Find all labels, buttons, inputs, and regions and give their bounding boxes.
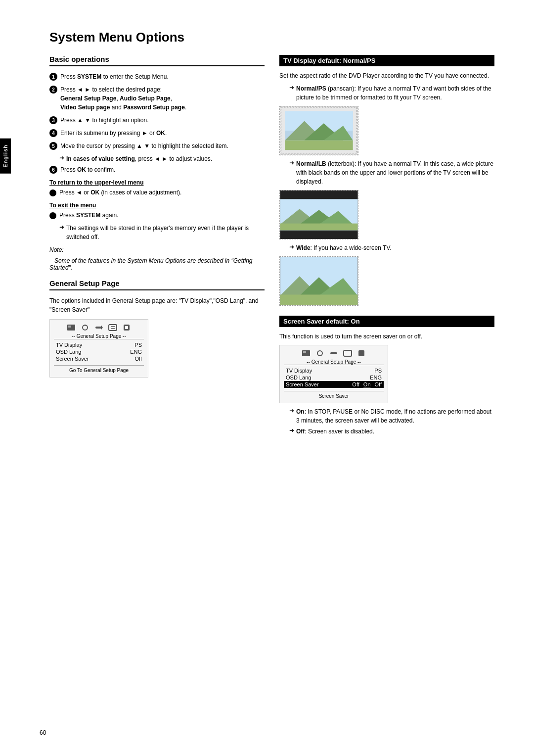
svg-rect-21 [280, 230, 358, 239]
arrow-icon-lb: ➜ [289, 159, 294, 166]
step-5-text: Move the cursor by pressing ▲ ▼ to highl… [60, 142, 228, 150]
menu-row-tv: TV Display PS [54, 341, 144, 348]
ss-menu-icon-5 [356, 349, 366, 357]
menu-value-screen: Off [135, 356, 142, 362]
svg-rect-20 [280, 190, 358, 199]
exit-menu-arrow-text: The settings will be stored in the playe… [66, 224, 265, 241]
exit-menu-section: To exit the menu Press SYSTEM again. ➜ T… [49, 202, 265, 241]
exit-menu-title: To exit the menu [49, 202, 265, 209]
ss-menu-icon-row [284, 349, 384, 357]
svg-rect-33 [303, 351, 306, 353]
ss-menu-row-screen: Screen Saver Off On Off [284, 381, 384, 388]
left-column: Basic operations 1 Press SYSTEM to enter… [49, 55, 265, 446]
menu-icon-row [54, 324, 144, 331]
svg-rect-17 [285, 141, 353, 150]
menu-icon-3 [94, 324, 104, 331]
return-menu-section: To return to the upper-level menu Press … [49, 179, 265, 197]
menu-icon-1 [66, 324, 76, 331]
ss-menu-label-screen: Screen Saver [286, 381, 319, 387]
step-2-number: 2 [49, 86, 57, 94]
arrow-icon-ss-on: ➜ [289, 407, 294, 414]
tv-display-desc: Set the aspect ratio of the DVD Player a… [279, 71, 494, 80]
landscape-svg-ps [280, 106, 358, 155]
normal-ps-text: Normal/PS (panscan): If you have a norma… [296, 84, 494, 102]
normal-lb-text: Normal/LB (letterbox): If you have a nor… [296, 159, 494, 186]
svg-rect-37 [358, 350, 364, 356]
screen-saver-title: Screen Saver default: On [279, 316, 494, 327]
arrow-icon-wide: ➜ [289, 243, 294, 250]
step-3-number: 3 [49, 116, 57, 124]
menu-label-tv: TV Display [56, 342, 82, 348]
menu-row-screen: Screen Saver Off [54, 355, 144, 362]
ss-menu-value-tv: PS [374, 368, 382, 374]
general-setup-section: General Setup Page The options included … [49, 279, 265, 378]
ss-option-off2: Off [375, 381, 382, 387]
step-3: 3 Press ▲ ▼ to highlight an option. [49, 116, 265, 125]
step-4-number: 4 [49, 129, 57, 137]
step-3-text: Press ▲ ▼ to highlight an option. [60, 116, 149, 125]
arrow-icon-ps: ➜ [289, 84, 294, 91]
svg-point-34 [317, 351, 322, 356]
ss-menu-footer: Screen Saver [284, 391, 384, 399]
ss-on-text: On: In STOP, PAUSE or No DISC mode, if n… [296, 407, 494, 425]
arrow-icon-ss-off: ➜ [289, 427, 294, 434]
page-number: 60 [40, 729, 46, 736]
svg-rect-10 [125, 326, 128, 329]
arrow-icon-exit: ➜ [59, 224, 64, 231]
exit-menu-arrow: ➜ The settings will be stored in the pla… [59, 224, 265, 241]
ss-menu-label-osd: OSD Lang [286, 375, 311, 380]
step-1-text: Press SYSTEM to enter the Setup Menu. [60, 72, 169, 81]
exit-menu-text: Press SYSTEM again. [59, 211, 118, 220]
page-container: English System Menu Options Basic operat… [0, 0, 534, 756]
step-5-arrow: ➜ In cases of value setting, press ◄ ► t… [59, 154, 265, 163]
bullet-dot-exit [49, 212, 56, 219]
general-setup-title: General Setup Page [49, 279, 265, 290]
normal-ps-item: ➜ Normal/PS (panscan): If you have a nor… [289, 84, 494, 102]
ss-menu-row-tv: TV Display PS [284, 367, 384, 374]
ss-menu-row-osd: OSD Lang ENG [284, 374, 384, 381]
tv-display-title: TV Display default: Normal/PS [279, 55, 494, 66]
screen-saver-desc: This function is used to turn the screen… [279, 332, 494, 341]
step-1: 1 Press SYSTEM to enter the Setup Menu. [49, 72, 265, 81]
menu-screenshot-header: -- General Setup Page -- [54, 333, 144, 339]
note-label: Note: [49, 246, 265, 253]
ss-menu-options: Off On Off [352, 381, 382, 387]
menu-screenshot-footer: Go To General Setup Page [54, 365, 144, 373]
menu-label-screen: Screen Saver [56, 356, 89, 362]
return-menu-text: Press ◄ or OK (in cases of value adjustm… [59, 188, 181, 197]
ss-option-on: On [363, 381, 371, 387]
right-column: TV Display default: Normal/PS Set the as… [279, 55, 494, 446]
ss-menu-header: -- General Setup Page -- [284, 359, 384, 365]
normal-lb-item: ➜ Normal/LB (letterbox): If you have a n… [289, 159, 494, 186]
tv-display-section: TV Display default: Normal/PS Set the as… [279, 55, 494, 306]
ss-menu-icon-4 [343, 349, 353, 357]
note-section: Note: – Some of the features in the Syst… [49, 246, 265, 271]
menu-value-osd: ENG [130, 349, 142, 355]
step-2: 2 Press ◄ ► to select the desired page:G… [49, 85, 265, 112]
exit-menu-item: Press SYSTEM again. [49, 211, 265, 220]
step-6-text: Press OK to confirm. [60, 165, 115, 174]
step-6-number: 6 [49, 166, 57, 174]
language-tab: English [0, 139, 11, 174]
note-text: – Some of the features in the System Men… [49, 257, 265, 271]
step-6: 6 Press OK to confirm. [49, 165, 265, 174]
step-4-text: Enter its submenu by pressing ► or OK. [60, 129, 167, 138]
ss-menu-label-tv: TV Display [286, 368, 312, 374]
menu-icon-2 [80, 324, 90, 331]
ss-menu-icon-1 [301, 349, 311, 357]
content-columns: Basic operations 1 Press SYSTEM to enter… [40, 55, 494, 446]
ss-off-item: ➜ Off: Screen saver is disabled. [289, 427, 494, 436]
general-setup-menu: -- General Setup Page -- TV Display PS O… [49, 319, 148, 378]
landscape-svg-wide [280, 257, 358, 305]
menu-icon-4 [108, 324, 118, 331]
landscape-svg-lb [280, 190, 358, 239]
screen-saver-section: Screen Saver default: On This function i… [279, 316, 494, 436]
step-5-arrow-text: In cases of value setting, press ◄ ► to … [66, 154, 212, 163]
menu-row-osd: OSD Lang ENG [54, 348, 144, 355]
menu-label-osd: OSD Lang [56, 349, 81, 355]
svg-rect-36 [344, 350, 352, 356]
step-4: 4 Enter its submenu by pressing ► or OK. [49, 129, 265, 138]
menu-value-tv: PS [134, 342, 142, 348]
wide-text: Wide: If you have a wide-screen TV. [296, 243, 392, 252]
ss-off-text: Off: Screen saver is disabled. [296, 427, 374, 436]
